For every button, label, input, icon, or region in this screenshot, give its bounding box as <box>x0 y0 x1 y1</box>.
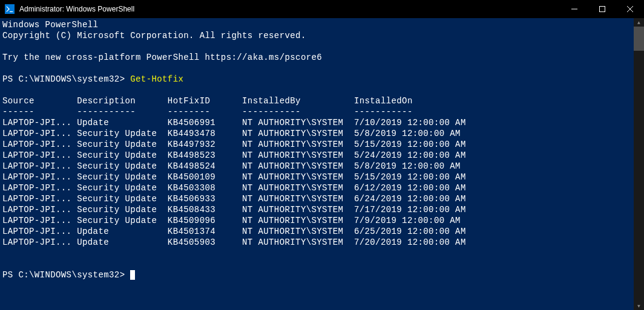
vertical-scrollbar[interactable]: ▲ ▼ <box>634 18 644 310</box>
command: Get-Hotfix <box>130 74 183 84</box>
blank-line <box>2 248 642 259</box>
table-row: LAPTOP-JPI... Security Update KB4500109 … <box>2 172 642 182</box>
scrollbar-up-arrow[interactable]: ▲ <box>634 18 644 27</box>
window-title: Administrator: Windows PowerShell <box>19 5 560 13</box>
terminal-output[interactable]: Windows PowerShellCopyright (C) Microsof… <box>0 18 644 310</box>
table-row: LAPTOP-JPI... Security Update KB4498524 … <box>2 161 642 172</box>
table-row: LAPTOP-JPI... Security Update KB4508433 … <box>2 204 642 215</box>
prompt: PS C:\WINDOWS\system32> <box>2 74 125 84</box>
window-titlebar[interactable]: Administrator: Windows PowerShell <box>0 0 644 18</box>
table-row: LAPTOP-JPI... Update KB4505903 NT AUTHOR… <box>2 237 642 248</box>
table-row: LAPTOP-JPI... Update KB4501374 NT AUTHOR… <box>2 226 642 237</box>
minimize-button[interactable] <box>560 0 588 18</box>
table-divider-row: ------ ----------- -------- ----------- … <box>2 106 642 117</box>
close-button[interactable] <box>616 0 644 18</box>
blank-line <box>2 63 642 74</box>
scrollbar-thumb[interactable] <box>634 27 644 51</box>
blank-line <box>2 85 642 95</box>
table-row: LAPTOP-JPI... Security Update KB4497932 … <box>2 139 642 150</box>
maximize-button[interactable] <box>588 0 616 18</box>
hotfix-table: Source Description HotFixID InstalledBy … <box>2 95 642 248</box>
window-controls <box>560 0 644 18</box>
prompt: PS C:\WINDOWS\system32> <box>2 270 125 280</box>
table-header-row: Source Description HotFixID InstalledBy … <box>2 95 642 106</box>
table-row: LAPTOP-JPI... Security Update KB4509096 … <box>2 215 642 226</box>
cursor <box>130 270 135 280</box>
header-line-1: Windows PowerShell <box>2 19 642 30</box>
table-row: LAPTOP-JPI... Security Update KB4503308 … <box>2 182 642 193</box>
svg-rect-1 <box>600 7 605 12</box>
header-line-3: Try the new cross-platform PowerShell ht… <box>2 52 642 63</box>
table-row: LAPTOP-JPI... Update KB4506991 NT AUTHOR… <box>2 117 642 128</box>
blank-line <box>2 259 642 270</box>
header-line-2: Copyright (C) Microsoft Corporation. All… <box>2 30 642 41</box>
scrollbar-down-arrow[interactable]: ▼ <box>634 302 644 310</box>
table-row: LAPTOP-JPI... Security Update KB4498523 … <box>2 150 642 161</box>
prompt-line-2[interactable]: PS C:\WINDOWS\system32> <box>2 270 642 280</box>
table-row: LAPTOP-JPI... Security Update KB4493478 … <box>2 128 642 139</box>
table-row: LAPTOP-JPI... Security Update KB4506933 … <box>2 193 642 204</box>
blank-line <box>2 41 642 52</box>
prompt-line: PS C:\WINDOWS\system32> Get-Hotfix <box>2 74 642 85</box>
powershell-icon <box>5 4 15 14</box>
